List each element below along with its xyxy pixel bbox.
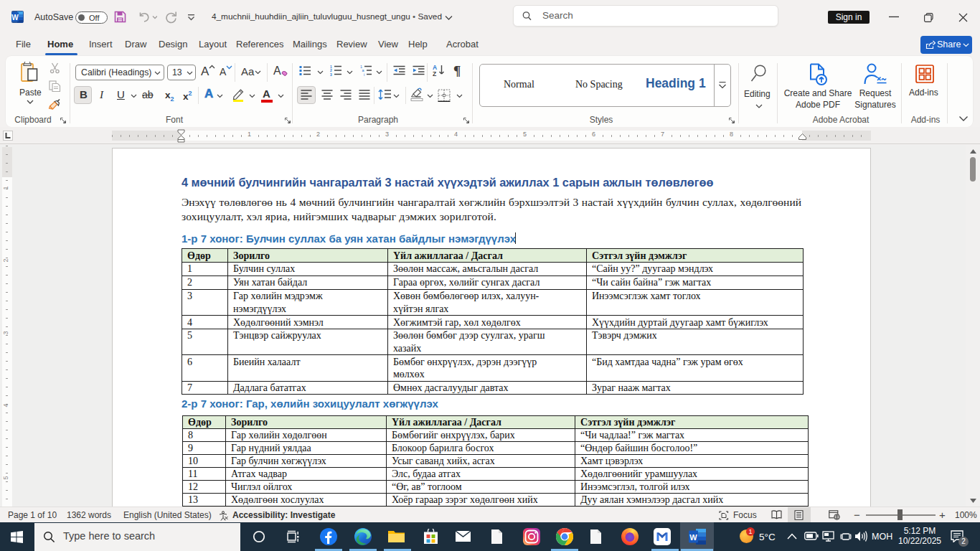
- svg-text:i: i: [364, 72, 364, 76]
- svg-text:3: 3: [330, 72, 332, 76]
- svg-text:W: W: [689, 533, 697, 542]
- svg-text:Z: Z: [433, 70, 436, 77]
